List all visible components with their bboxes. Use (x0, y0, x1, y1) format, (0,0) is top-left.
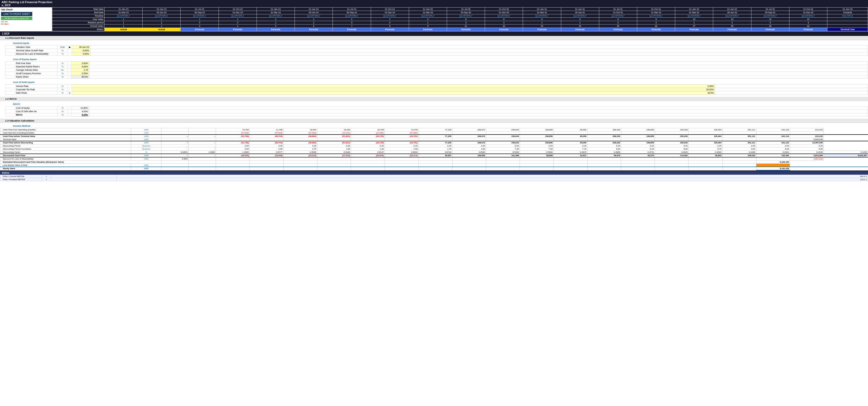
col-start-5: 01-Jan-24 (256, 7, 294, 11)
valuation-date-row: Valuation Date Date ▶ 30-Jun-23 (5, 45, 868, 49)
status-col-4: Forecast (219, 28, 256, 31)
ok-value: OK (5, 21, 8, 23)
wacc-table: Cost of Equity % 10.80% Cost of Debt aft… (5, 106, 868, 117)
interest-rate-input[interactable]: 5.00% (72, 85, 715, 88)
debt-share-row: Debt Share % ▶ 20.0% (5, 91, 868, 95)
col-end-7: 30-Sep-24 (333, 11, 371, 14)
col-start-3: 01-Jul-23 (181, 7, 219, 11)
col-start-20: 01-Jan-33 (827, 7, 868, 11)
dlom-unit: % (58, 52, 68, 56)
ratios-section: Ratios Price / Current EBITDA x 301.3 x … (0, 170, 868, 181)
status-col-5: Forecast (256, 28, 294, 31)
col-start-10: 01-Jul-30 (447, 7, 485, 11)
col-end-14: 31-Oct-31 (599, 11, 637, 14)
col-tl-4: QUARTERLY (219, 14, 256, 18)
status-col-19: Forecast (789, 28, 827, 31)
discounting-period-row: Discounting Period Quarters - - 0.25 0.2… (0, 145, 868, 148)
col-end-13: 30-Jun-31 (561, 11, 599, 14)
status-col-2: Actual (143, 28, 181, 31)
tax-rate-input[interactable]: 20.00% (72, 88, 715, 91)
col-tl-1: QUARTERLY (104, 14, 143, 18)
ratios-header: Ratios (0, 171, 868, 175)
status-col-12: Forecast (523, 28, 561, 31)
price-current-ebitda-value: 301.3 x (117, 175, 868, 178)
err-label: Err (1, 23, 4, 25)
valuation-data-table: Cash Flow from Operating activities USD … (0, 128, 868, 170)
price-forward-ebitda-row: Price / Forward EBITDA x 132.2 x (0, 178, 868, 181)
equity-inputs-table: Risk-Free Rate % 2.00% Expected Market R… (5, 61, 868, 79)
small-premium-input[interactable]: 2.00% (71, 72, 89, 75)
status-col-8: Forecast (371, 28, 409, 31)
discounted-cf-row: Discounted Cash Flow USD - - (40,805) (4… (0, 154, 868, 157)
col-start-4: 01-Oct-23 (219, 7, 256, 11)
dlom-input[interactable]: 3.00% (72, 52, 90, 56)
price-forward-ebitda-value: 132.2 x (117, 178, 868, 181)
col-end-8: 31-Dec-24 (371, 11, 409, 14)
terminal-growth-input[interactable]: 0.00% (72, 49, 90, 52)
col-tl-13: QUARTERLY (561, 14, 599, 18)
col-end-12: 31-Mar-31 (523, 11, 561, 14)
discounting-factor-row: Discounting Factor % 9.440% 1.0000 1.000… (0, 151, 868, 154)
cf-before-terminal-row: Cash Flow before Terminal Value USD - - … (0, 134, 868, 138)
risk-free-input[interactable]: 2.00% (71, 62, 89, 65)
cost-equity-value: 10.80% (71, 106, 89, 110)
general-inputs-header: General Inputs (5, 41, 868, 45)
header-timeline-label: Timeline (52, 14, 104, 18)
err-value: Alert (4, 23, 8, 25)
status-col-15: Forecast (637, 28, 675, 31)
col-end-11: 31-Dec-30 (485, 11, 523, 14)
equity-share-row: Equity Share % 80.0% (5, 75, 868, 79)
header-periodidx-label: Period index (52, 25, 104, 28)
link-front-sheet-button[interactable]: LINK TO FRONT SHEET (1, 12, 32, 16)
col-start-9: 01-Jan-25 (409, 7, 447, 11)
status-col-13: Forecast (561, 28, 599, 31)
col-end-15: 31-Mar-32 (637, 11, 675, 14)
tab-check-label: Tab Check (1, 8, 51, 11)
debt-share-input[interactable]: 20.0% (72, 91, 715, 95)
col-start-17: 01-Apr-32 (713, 7, 751, 11)
col-start-19: 01-Oct-32 (789, 7, 827, 11)
valuation-date-unit: Date (58, 45, 68, 49)
col-end-1: 31-Mar-23 (104, 11, 143, 14)
col-start-15: 01-Oct-31 (637, 7, 675, 11)
status-col-1: Actual (104, 28, 143, 31)
col-end-16: 31-Mar-32 (675, 11, 713, 14)
sheet-name: o_DCF (2, 4, 11, 7)
col-tl-11: QUARTERLY (485, 14, 523, 18)
col-end-20: Onwards (827, 11, 868, 14)
enterprise-value-row: Estimated Discounted Cash Flow Valuation… (0, 161, 868, 164)
equity-inputs-header: Cost of Equity Inputs (5, 57, 868, 61)
col-end-6: 30-Jun-24 (295, 11, 333, 14)
status-col-9: Forecast (409, 28, 447, 31)
beta-input[interactable]: 1.70 (71, 68, 89, 72)
col-end-18: 30-Sep-32 (751, 11, 789, 14)
col-tl-20: MULTIPLE (827, 14, 868, 18)
status-col-17: Forecast (713, 28, 751, 31)
cf-operating-row: Cash Flow from Operating activities USD … (0, 128, 868, 131)
col-end-19: 31-Dec-32 (789, 11, 827, 14)
col-tl-6: QUARTERLY (295, 14, 333, 18)
subsection-1-1: 1.1 Discount Rate Inputs (0, 36, 868, 40)
valuation-date-input[interactable]: 30-Jun-23 (72, 45, 90, 49)
discounting-period-cum-row: Discounting Period Cumulative Quarters -… (0, 148, 868, 151)
subsection-1-3: 1.3 Valuation Calculation (0, 119, 868, 123)
small-premium-row: Small Company Premium % 2.00% (5, 72, 868, 75)
cost-debt-after-tax-row: Cost of Debt after tax % 4.00% (5, 110, 868, 113)
col-end-5: 31-Mar-24 (256, 11, 294, 14)
status-col-14: Forecast (599, 28, 637, 31)
section1-header: 1 DCF (0, 31, 868, 36)
general-inputs-table: Valuation Date Date ▶ 30-Jun-23 Terminal… (5, 45, 868, 56)
market-return-input[interactable]: 4.00% (71, 65, 89, 68)
market-return-row: Expected Market Return % 4.00% (5, 65, 868, 68)
beta-row: Average Industry Beta no. 1.70 (5, 68, 868, 72)
col-tl-9: QUARTERLY (409, 14, 447, 18)
status-col-10: Forecast (447, 28, 485, 31)
debt-inputs-header: Cost of Debt Inputs (5, 80, 868, 84)
terminal-growth-label: Terminal Value Growth Rate (5, 49, 58, 52)
col-end-17: 30-Jun-32 (713, 11, 751, 14)
col-tl-14: QUARTERLY (599, 14, 637, 18)
cost-debt-value: 4.00% (71, 110, 89, 113)
col-tl-12: QUARTERLY (523, 14, 561, 18)
valuation-date-label: Valuation Date (5, 45, 58, 49)
income-method-header: Income Method (5, 124, 868, 128)
